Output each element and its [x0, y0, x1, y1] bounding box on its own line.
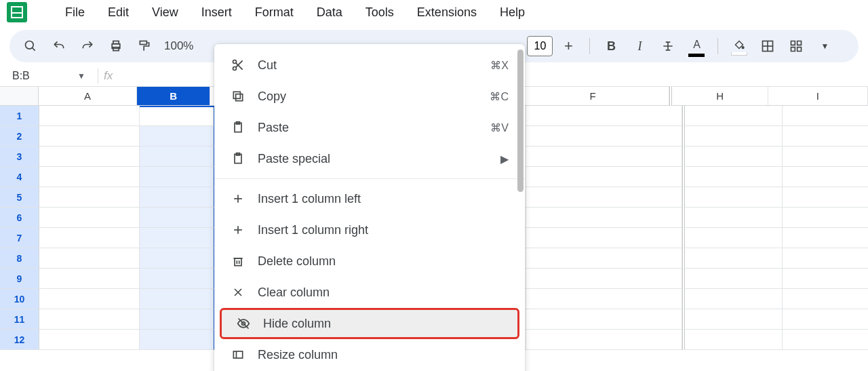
- cell[interactable]: [526, 126, 682, 147]
- cell[interactable]: [140, 147, 214, 167]
- column-header-i[interactable]: I: [768, 87, 868, 106]
- bold-button[interactable]: B: [599, 35, 623, 58]
- cell[interactable]: [682, 289, 783, 309]
- menu-data[interactable]: Data: [306, 0, 353, 25]
- cell[interactable]: [783, 309, 868, 330]
- cell[interactable]: [783, 208, 868, 228]
- cell[interactable]: [526, 309, 682, 330]
- cell[interactable]: [140, 248, 214, 269]
- fill-color-button[interactable]: [728, 35, 751, 58]
- cell[interactable]: [39, 126, 140, 147]
- column-header-f[interactable]: F: [517, 87, 670, 106]
- column-header-b[interactable]: B: [137, 87, 210, 106]
- cell[interactable]: [783, 330, 868, 350]
- cell[interactable]: [783, 126, 868, 147]
- strikethrough-button[interactable]: [656, 35, 679, 58]
- cell[interactable]: [682, 208, 783, 228]
- cell[interactable]: [39, 208, 140, 228]
- row-header[interactable]: 7: [0, 228, 39, 248]
- ctx-copy[interactable]: Copy⌘C: [214, 81, 525, 112]
- row-header[interactable]: 3: [0, 147, 39, 167]
- cell[interactable]: [140, 126, 214, 147]
- cell[interactable]: [682, 228, 783, 248]
- row-header[interactable]: 11: [0, 309, 39, 330]
- cell[interactable]: [39, 147, 140, 167]
- fontsize-input[interactable]: [527, 36, 553, 56]
- ctx-resize-col[interactable]: Resize column: [214, 339, 525, 370]
- cell[interactable]: [39, 269, 140, 289]
- undo-icon[interactable]: [47, 35, 71, 58]
- ctx-clear-col[interactable]: Clear column: [214, 277, 525, 308]
- cell[interactable]: [140, 106, 214, 126]
- row-header[interactable]: 9: [0, 269, 39, 289]
- menu-insert[interactable]: Insert: [191, 0, 243, 25]
- menu-tools[interactable]: Tools: [355, 0, 405, 25]
- print-icon[interactable]: [104, 35, 127, 58]
- cell[interactable]: [39, 289, 140, 309]
- cell[interactable]: [783, 167, 868, 187]
- cell[interactable]: [526, 147, 682, 167]
- menu-edit[interactable]: Edit: [97, 0, 140, 25]
- cell[interactable]: [783, 228, 868, 248]
- scrollbar[interactable]: [517, 50, 524, 192]
- cell[interactable]: [682, 330, 783, 350]
- cell[interactable]: [39, 106, 140, 126]
- borders-button[interactable]: [756, 35, 779, 58]
- cell[interactable]: [783, 147, 868, 167]
- row-header[interactable]: 10: [0, 289, 39, 309]
- ctx-delete-col[interactable]: Delete column: [214, 246, 525, 277]
- ctx-paste[interactable]: Paste⌘V: [214, 112, 525, 143]
- text-color-button[interactable]: A: [685, 35, 708, 58]
- cell[interactable]: [526, 208, 682, 228]
- column-header-a[interactable]: A: [39, 87, 137, 106]
- cell[interactable]: [140, 167, 214, 187]
- row-header[interactable]: 6: [0, 208, 39, 228]
- menu-extensions[interactable]: Extensions: [406, 0, 488, 25]
- search-icon[interactable]: [19, 35, 42, 58]
- cell[interactable]: [682, 248, 783, 269]
- cell[interactable]: [526, 269, 682, 289]
- cell[interactable]: [526, 248, 682, 269]
- cell[interactable]: [783, 106, 868, 126]
- ctx-cut[interactable]: Cut⌘X: [214, 50, 525, 81]
- name-box[interactable]: B:B ▼: [5, 70, 92, 82]
- cell[interactable]: [39, 187, 140, 208]
- merge-cells-button[interactable]: [785, 35, 808, 58]
- row-header[interactable]: 2: [0, 126, 39, 147]
- cell[interactable]: [526, 187, 682, 208]
- cell[interactable]: [526, 228, 682, 248]
- select-all-corner[interactable]: [0, 87, 39, 106]
- row-header[interactable]: 1: [0, 106, 39, 126]
- cell[interactable]: [140, 309, 214, 330]
- row-header[interactable]: 4: [0, 167, 39, 187]
- ctx-paste-special[interactable]: Paste special▶: [214, 143, 525, 174]
- cell[interactable]: [140, 289, 214, 309]
- ctx-insert-left[interactable]: Insert 1 column left: [214, 183, 525, 214]
- menu-file[interactable]: File: [54, 0, 96, 25]
- row-header[interactable]: 5: [0, 187, 39, 208]
- cell[interactable]: [39, 228, 140, 248]
- cell[interactable]: [140, 228, 214, 248]
- cell[interactable]: [783, 248, 868, 269]
- cell[interactable]: [39, 248, 140, 269]
- menu-help[interactable]: Help: [489, 0, 536, 25]
- cell[interactable]: [682, 147, 783, 167]
- cell[interactable]: [682, 309, 783, 330]
- cell[interactable]: [682, 269, 783, 289]
- cell[interactable]: [783, 269, 868, 289]
- cell[interactable]: [682, 187, 783, 208]
- cell[interactable]: [783, 187, 868, 208]
- cell[interactable]: [140, 187, 214, 208]
- italic-button[interactable]: I: [628, 35, 651, 58]
- menu-format[interactable]: Format: [244, 0, 304, 25]
- more-dropdown-icon[interactable]: ▼: [813, 35, 836, 58]
- menu-view[interactable]: View: [141, 0, 189, 25]
- redo-icon[interactable]: [76, 35, 99, 58]
- cell[interactable]: [682, 106, 783, 126]
- fontsize-increase-button[interactable]: +: [557, 35, 580, 58]
- cell[interactable]: [682, 126, 783, 147]
- cell[interactable]: [526, 106, 682, 126]
- row-header[interactable]: 12: [0, 330, 39, 350]
- cell[interactable]: [526, 167, 682, 187]
- zoom-select[interactable]: 100%: [161, 39, 196, 53]
